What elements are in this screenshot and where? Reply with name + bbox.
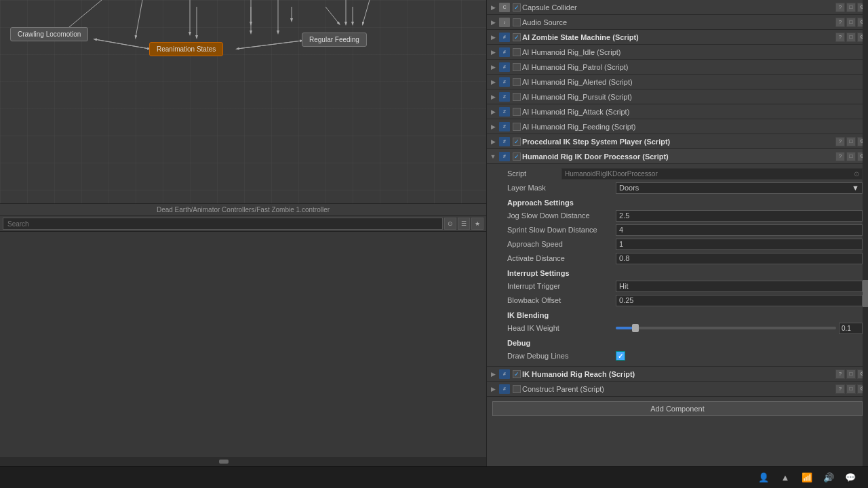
icon-ik-reach: #: [499, 369, 510, 379]
component-audio-source[interactable]: ▶ ♪ Audio Source ? □ ⚙: [487, 15, 868, 30]
checkbox-pursuit[interactable]: [513, 93, 521, 101]
toolbar-layers-btn[interactable]: ☰: [458, 218, 470, 230]
component-ai-patrol[interactable]: ▶ # AI Humanoid Rig_Patrol (Script): [487, 60, 868, 75]
script-field-value: HumanoidRigIKDoorProcessor ⊙: [561, 168, 863, 180]
component-construct-parent[interactable]: ▶ # Construct Parent (Script) ? □ ⚙: [487, 382, 868, 396]
jog-slow-row: Jog Slow Down Distance: [507, 209, 863, 222]
icon-construct: #: [499, 384, 510, 394]
label-feeding: AI Humanoid Rig_Feeding (Script): [522, 123, 867, 131]
icon-patrol: #: [499, 62, 510, 72]
expand-arrow-capsule: ▶: [488, 4, 498, 11]
component-ik-reach[interactable]: ▶ # IK Humanoid Rig Reach (Script) ? □ ⚙: [487, 367, 868, 382]
taskbar-icon-person[interactable]: 👤: [757, 471, 770, 485]
checkbox-proc-ik[interactable]: [513, 138, 521, 146]
checkbox-attack[interactable]: [513, 108, 521, 116]
icon-idle: #: [499, 47, 510, 57]
blowback-offset-label: Blowback Offset: [507, 296, 616, 304]
state-regular[interactable]: Regular Feeding: [302, 33, 367, 47]
state-reanimation-label: Reanimation States: [157, 45, 216, 53]
checkbox-audio[interactable]: [513, 18, 521, 26]
add-component-bar: Add Component: [487, 396, 868, 420]
checkbox-feeding[interactable]: [513, 123, 521, 131]
animator-path-text: Dead Earth/Animator Controllers/Fast Zom…: [157, 206, 330, 214]
icon-btn-expand-ik-door[interactable]: □: [846, 152, 856, 161]
state-crawling-label: Crawling Locomotion: [18, 30, 81, 38]
activate-distance-row: Activate Distance: [507, 251, 863, 265]
approach-speed-value[interactable]: [616, 239, 863, 250]
activate-distance-value[interactable]: [616, 253, 863, 264]
component-ai-alerted[interactable]: ▶ # AI Humanoid Rig_Alerted (Script): [487, 75, 868, 89]
inspector-scrollbar[interactable]: [863, 0, 868, 466]
component-ai-pursuit[interactable]: ▶ # AI Humanoid Rig_Pursuit (Script): [487, 89, 868, 104]
label-idle: AI Humanoid Rig_Idle (Script): [522, 48, 867, 56]
icon-btn-doc-construct[interactable]: ?: [835, 384, 845, 394]
checkbox-patrol[interactable]: [513, 63, 521, 71]
icon-btn-doc-proc-ik[interactable]: ?: [835, 137, 845, 146]
taskbar-icon-chat[interactable]: 💬: [844, 471, 857, 485]
checkbox-idle[interactable]: [513, 48, 521, 56]
toolbar-bookmark-btn[interactable]: ⊙: [444, 218, 456, 230]
animator-bottom: ⊙ ☰ ★: [0, 216, 486, 466]
taskbar-icon-speaker[interactable]: 🔊: [822, 471, 835, 485]
layer-mask-label: Layer Mask: [507, 184, 616, 192]
icon-btn-expand-ik-reach[interactable]: □: [846, 369, 856, 379]
svg-line-4: [326, 7, 339, 24]
head-ik-slider-track[interactable]: [616, 327, 836, 329]
scroll-thumb[interactable]: [219, 460, 229, 464]
taskbar-icon-wifi[interactable]: 📶: [800, 471, 814, 485]
animator-bottom-content: [0, 232, 486, 457]
humanoid-ik-door-body: Script HumanoidRigIKDoorProcessor ⊙ Laye…: [487, 164, 868, 367]
icon-btn-expand-zombie[interactable]: □: [846, 33, 856, 42]
component-capsule-collider[interactable]: ▶ C Capsule Collider ? □ ⚙: [487, 0, 868, 15]
svg-line-11: [136, 0, 142, 37]
state-reanimation[interactable]: Reanimation States: [149, 42, 223, 56]
search-input[interactable]: [3, 218, 443, 230]
draw-debug-checkbox[interactable]: [616, 351, 625, 361]
layer-mask-dropdown[interactable]: Doors ▼: [616, 182, 863, 194]
icon-btn-doc-ik-reach[interactable]: ?: [835, 369, 845, 379]
sprint-slow-value[interactable]: [616, 224, 863, 236]
icon-btn-doc-audio[interactable]: ?: [835, 18, 845, 27]
icon-btn-expand-capsule[interactable]: □: [846, 3, 856, 12]
expand-arrow-idle: ▶: [488, 49, 498, 56]
icon-btn-doc-zombie[interactable]: ?: [835, 33, 845, 42]
icon-btn-expand-proc-ik[interactable]: □: [846, 137, 856, 146]
script-field-label: Script: [507, 169, 561, 178]
component-ai-attack[interactable]: ▶ # AI Humanoid Rig_Attack (Script): [487, 104, 868, 119]
state-crawling[interactable]: Crawling Locomotion: [10, 27, 88, 41]
checkbox-alerted[interactable]: [513, 78, 521, 86]
taskbar-icon-up[interactable]: ▲: [778, 471, 792, 485]
component-ai-idle[interactable]: ▶ # AI Humanoid Rig_Idle (Script): [487, 45, 868, 60]
toolbar-settings-btn[interactable]: ★: [471, 218, 484, 230]
inspector-scrollbar-thumb[interactable]: [863, 280, 868, 307]
icon-btn-doc-capsule[interactable]: ?: [835, 3, 845, 12]
jog-slow-value[interactable]: [616, 210, 863, 222]
animator-canvas[interactable]: Crawling Locomotion Reanimation States R…: [0, 0, 486, 203]
icon-pursuit: #: [499, 92, 510, 102]
component-humanoid-ik-door[interactable]: ▼ # Humanoid Rig IK Door Processor (Scri…: [487, 149, 868, 164]
inspector-content[interactable]: ▶ C Capsule Collider ? □ ⚙ ▶ ♪ Audio Sou…: [487, 0, 868, 466]
component-ai-zombie[interactable]: ▶ # AI Zombie State Machine (Script) ? □…: [487, 30, 868, 45]
checkbox-ik-door[interactable]: [513, 152, 521, 161]
sprint-slow-label: Sprint Slow Down Distance: [507, 226, 616, 234]
label-audio: Audio Source: [522, 18, 835, 26]
head-ik-value[interactable]: [839, 323, 863, 334]
component-procedural-ik[interactable]: ▶ # Procedural IK Step System Player (Sc…: [487, 134, 868, 149]
icon-audio: ♪: [499, 18, 510, 27]
icon-btn-expand-construct[interactable]: □: [846, 384, 856, 394]
checkbox-construct[interactable]: [513, 385, 521, 393]
component-ai-feeding[interactable]: ▶ # AI Humanoid Rig_Feeding (Script): [487, 119, 868, 134]
checkbox-zombie[interactable]: [513, 33, 521, 41]
icon-feeding: #: [499, 122, 510, 131]
icon-capsule: C: [499, 3, 510, 12]
checkbox-capsule[interactable]: [513, 3, 521, 12]
blowback-offset-value[interactable]: [616, 295, 863, 306]
icon-btn-doc-ik-door[interactable]: ?: [835, 152, 845, 161]
checkbox-ik-reach[interactable]: [513, 370, 521, 378]
animator-scrollbar[interactable]: [0, 457, 486, 466]
label-proc-ik: Procedural IK Step System Player (Script…: [522, 138, 835, 146]
add-component-button[interactable]: Add Component: [492, 401, 863, 416]
head-ik-slider-thumb[interactable]: [632, 324, 639, 332]
icon-btn-expand-audio[interactable]: □: [846, 18, 856, 27]
interrupt-trigger-value[interactable]: [616, 281, 863, 292]
